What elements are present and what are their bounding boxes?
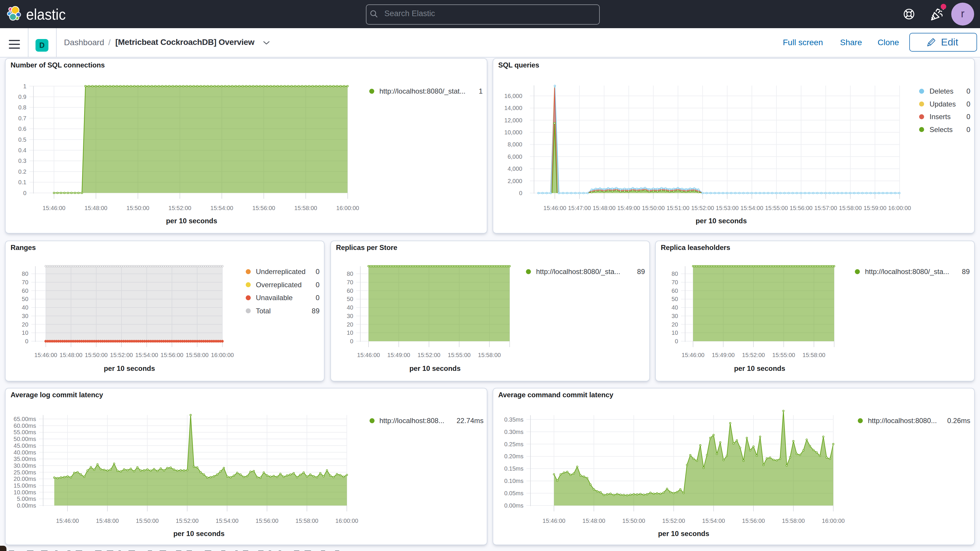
svg-text:15:47:00: 15:47:00 [568,205,591,211]
svg-text:16:00:00: 16:00:00 [336,518,358,524]
svg-text:15:52:00: 15:52:00 [176,518,199,524]
svg-text:15:50:00: 15:50:00 [642,205,665,211]
svg-text:0.6: 0.6 [18,126,26,132]
svg-text:15:50:00: 15:50:00 [126,205,150,211]
svg-text:89: 89 [637,268,645,276]
svg-text:Underreplicated: Underreplicated [256,268,305,276]
svg-text:15:48:00: 15:48:00 [84,205,107,211]
svg-text:15:46:00: 15:46:00 [43,205,65,211]
svg-text:12,000: 12,000 [504,117,522,124]
svg-text:0: 0 [967,87,970,95]
svg-text:15:46:00: 15:46:00 [682,352,705,358]
svg-text:15:58:00: 15:58:00 [839,205,862,211]
svg-text:0: 0 [519,190,522,196]
svg-text:80: 80 [671,271,678,277]
svg-text:0.25ms: 0.25ms [504,441,523,447]
svg-text:15:52:00: 15:52:00 [742,352,765,358]
svg-text:0.10ms: 0.10ms [504,478,523,484]
svg-text:80: 80 [22,271,28,277]
svg-text:0: 0 [316,268,320,276]
svg-text:15:52:00: 15:52:00 [662,518,685,524]
svg-text:0: 0 [316,294,320,302]
svg-text:2,000: 2,000 [508,178,522,184]
svg-text:60: 60 [22,288,28,294]
svg-text:0.2: 0.2 [18,169,26,175]
svg-text:25.00ms: 25.00ms [13,469,36,476]
svg-text:70: 70 [671,279,678,285]
svg-text:6,000: 6,000 [508,153,522,160]
svg-text:50.00ms: 50.00ms [13,436,36,442]
svg-text:Total: Total [256,307,271,315]
svg-text:15:46:00: 15:46:00 [56,518,79,524]
svg-text:40: 40 [671,304,678,311]
svg-text:per 10 seconds: per 10 seconds [173,530,225,538]
svg-text:15:51:00: 15:51:00 [667,205,689,211]
svg-text:15.00ms: 15.00ms [13,483,36,489]
svg-text:0.20ms: 0.20ms [504,453,523,459]
svg-text:15:46:00: 15:46:00 [34,352,57,358]
svg-text:10.00ms: 10.00ms [13,489,36,495]
svg-text:16:00:00: 16:00:00 [888,205,911,211]
svg-text:15:48:00: 15:48:00 [60,352,83,358]
svg-text:15:57:00: 15:57:00 [814,205,837,211]
svg-text:16:00:00: 16:00:00 [211,352,234,358]
svg-text:15:52:00: 15:52:00 [691,205,714,211]
svg-text:15:55:00: 15:55:00 [765,205,788,211]
svg-text:per 10 seconds: per 10 seconds [409,365,461,372]
svg-text:Deletes: Deletes [929,87,953,95]
svg-text:0.9: 0.9 [18,94,26,100]
svg-text:55.00ms: 55.00ms [13,429,36,435]
svg-text:65.00ms: 65.00ms [13,416,36,422]
svg-text:15:58:00: 15:58:00 [186,352,208,358]
svg-text:http://localhost:8080/_stat...: http://localhost:8080/_stat... [379,87,466,95]
svg-text:0.05ms: 0.05ms [504,490,523,497]
svg-text:0: 0 [967,100,970,108]
svg-text:http://localhost:8080...: http://localhost:8080... [868,417,937,425]
svg-text:Inserts: Inserts [929,113,951,121]
svg-text:15:50:00: 15:50:00 [136,518,159,524]
svg-text:0: 0 [25,338,28,344]
svg-text:0.35ms: 0.35ms [504,416,523,423]
svg-text:15:46:00: 15:46:00 [357,352,380,358]
svg-text:15:58:00: 15:58:00 [296,518,318,524]
svg-text:15:52:00: 15:52:00 [417,352,441,358]
svg-text:10,000: 10,000 [504,129,522,135]
svg-text:0.00ms: 0.00ms [17,502,36,509]
svg-text:per 10 seconds: per 10 seconds [166,217,218,225]
svg-text:16:00:00: 16:00:00 [336,205,359,211]
svg-text:40.00ms: 40.00ms [13,449,36,455]
svg-text:per 10 seconds: per 10 seconds [104,365,155,372]
svg-text:0.7: 0.7 [18,115,26,121]
svg-text:per 10 seconds: per 10 seconds [658,530,710,538]
svg-text:40: 40 [22,304,28,311]
svg-text:15:56:00: 15:56:00 [161,352,183,358]
svg-text:80: 80 [347,271,353,277]
svg-text:0.30ms: 0.30ms [504,428,523,435]
svg-text:15:55:00: 15:55:00 [772,352,795,358]
svg-text:Unavailable: Unavailable [256,294,293,302]
svg-text:15:49:00: 15:49:00 [387,352,410,358]
svg-text:15:52:00: 15:52:00 [169,205,191,211]
svg-text:89: 89 [312,307,320,315]
svg-text:per 10 seconds: per 10 seconds [734,365,786,372]
svg-text:15:46:00: 15:46:00 [543,205,566,211]
svg-text:15:55:00: 15:55:00 [448,352,471,358]
svg-text:10: 10 [347,330,353,336]
svg-text:15:49:00: 15:49:00 [712,352,735,358]
svg-text:60.00ms: 60.00ms [13,422,36,429]
svg-text:30.00ms: 30.00ms [13,462,36,469]
svg-text:0.3: 0.3 [18,158,26,164]
svg-text:16,000: 16,000 [504,93,522,99]
svg-text:15:56:00: 15:56:00 [256,518,278,524]
svg-text:1: 1 [23,83,26,89]
svg-text:15:58:00: 15:58:00 [802,352,826,358]
svg-text:70: 70 [22,279,28,285]
svg-text:15:59:00: 15:59:00 [864,205,886,211]
svg-text:15:58:00: 15:58:00 [294,205,317,211]
svg-text:60: 60 [671,288,678,294]
svg-text:10: 10 [671,330,678,336]
svg-text:http://localhost:8080/_sta...: http://localhost:8080/_sta... [865,268,949,276]
svg-text:70: 70 [347,279,353,285]
svg-text:Updates: Updates [929,100,956,108]
svg-text:0.00ms: 0.00ms [504,502,523,509]
